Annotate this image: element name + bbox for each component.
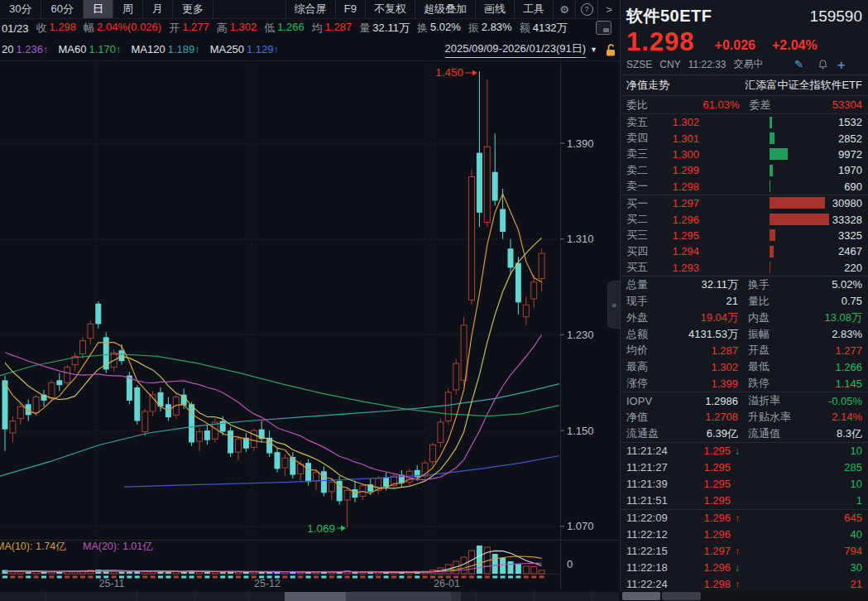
direction-strip-dash [508,576,513,579]
panel-collapse-handle[interactable]: » [607,281,620,329]
direction-strip-dash [18,576,23,579]
tab-周[interactable]: 周 [113,0,143,18]
tick-volume: 30 [744,561,862,574]
candle-body-up [453,363,459,390]
stat-label: 内盘 [748,310,804,325]
panel-scrollbar-thumb[interactable] [622,592,660,600]
order-price: 1.299 [656,164,699,176]
mini-window-icon[interactable] [596,21,611,35]
tick-volume: 285 [744,461,862,474]
chart-scrollbar-tick [248,592,249,601]
tab-60分[interactable]: 60分 [41,0,83,18]
field-value: 2.83% [482,21,512,36]
tab-更多[interactable]: 更多 [173,0,213,18]
field-value: 4132万 [533,21,568,36]
direction-strip-dash [135,576,140,579]
tool-工具[interactable]: 工具 [514,0,553,18]
caret-down-icon[interactable]: ▼ [590,46,597,54]
direction-strip-dash [337,576,342,579]
field-label: 量 [359,21,370,36]
bid-row[interactable]: 买二1.29633328 [621,211,868,227]
tick-down-arrow-icon: ↓ [731,562,744,574]
tool-F9[interactable]: F9 [335,0,365,18]
tab-月[interactable]: 月 [143,0,173,18]
tool-画线[interactable]: 画线 [475,0,514,18]
tick-time: 11:22:18 [626,561,688,574]
tick-price: 1.295 [688,494,731,507]
chevron-right-icon[interactable]: > [597,0,620,18]
stat-value: 19.04万 [679,310,748,325]
candle-body-up [251,430,257,447]
tick-row: 11:21:391.29510 [621,476,868,493]
direction-strip-dash [321,576,326,579]
volume-bar-down [119,571,125,574]
date-range-selector[interactable]: 2025/09/09-2026/01/23(91日) [445,41,587,58]
tool-不复权[interactable]: 不复权 [365,0,415,18]
tool-综合屏[interactable]: 综合屏 [285,0,335,18]
volume-bar-down [243,572,249,574]
direction-strip-dash [189,576,194,579]
tool-超级叠加[interactable]: 超级叠加 [415,0,475,18]
nav-trend-link[interactable]: 净值走势 [626,78,669,93]
candle-body-up [344,490,350,500]
alert-bell-icon[interactable] [818,59,828,70]
stats-block: 总量32.11万换手5.02%现手21量比0.75外盘19.04万内盘13.08… [621,276,868,392]
panel-scrollbar-segment[interactable] [662,592,701,600]
tab-30分[interactable]: 30分 [0,0,41,18]
tick-price: 1.298 [688,578,731,590]
chart-scrollbar-thumb[interactable] [285,592,346,601]
ask-row[interactable]: 卖三1.3009972 [621,147,868,162]
direction-strip-dash [41,576,46,579]
ask-row[interactable]: 卖二1.2991970 [621,162,868,178]
add-plus-icon[interactable]: ＋ [835,59,847,70]
ask-row[interactable]: 卖五1.3021532 [621,114,868,130]
direction-strip-dash [151,576,156,579]
candle-body-up [445,392,451,421]
stat-value: -0.05% [804,395,862,407]
direction-strip-dash [391,576,396,579]
stat-value: 1.145 [804,377,862,390]
direction-strip-dash [540,576,544,579]
field-label: 振 [468,21,479,36]
tick-row: 11:22:121.29640 [621,526,868,543]
order-volume-bar-fill [770,117,772,128]
tab-日[interactable]: 日 [84,0,113,18]
field-value: 5.02% [430,21,461,36]
direction-strip-dash [407,576,412,579]
candlestick-chart[interactable]: 1.3901.3101.2301.1501.070025-1125-1226-0… [0,62,620,601]
tick-time: 11:21:39 [626,478,688,490]
edit-pencil-icon[interactable]: ✎ [794,58,803,70]
field-value: 1.287 [325,21,352,36]
volume-bar-down [500,558,506,574]
bid-row[interactable]: 买三1.2953325 [621,228,868,243]
field-label: 幅 [84,21,94,36]
stat-row: 总量32.11万换手5.02% [621,276,868,293]
tick-volume: 40 [744,528,862,541]
volume-bar-down [165,572,171,574]
bid-row[interactable]: 买四1.2942467 [621,243,868,259]
bid-row[interactable]: 买一1.29730980 [621,195,868,211]
ask-row[interactable]: 卖一1.298690 [621,179,868,195]
volume-bar-up [539,570,544,574]
direction-strip-dash [57,576,62,579]
tick-volume: 794 [744,545,862,557]
help-icon[interactable]: ? [575,0,597,18]
panel-scrollbar[interactable] [620,591,868,601]
direction-strip-dash [485,576,490,579]
tick-price: 1.297 [688,545,731,557]
volume-bar-down [367,572,373,574]
security-name: 软件50ETF [626,5,712,27]
tick-row: 11:22:181.296↓30 [621,560,868,576]
quote-values: 收1.298幅2.04%(0.026)开1.277高1.302低1.266均1.… [36,21,568,36]
bid-row[interactable]: 买五1.293220 [621,260,868,276]
tick-row: 11:21:271.295285 [621,459,868,476]
direction-strip-dash [298,576,303,579]
toolbar: 综合屏F9不复权超级叠加画线工具 ⚙ ? > [285,0,620,18]
unlock-icon[interactable] [605,43,616,56]
weibi-label: 委比 [626,98,648,113]
volume-bar-up [328,572,334,574]
settings-gear-icon[interactable]: ⚙ [553,0,575,18]
order-level-label: 卖三 [626,147,656,161]
tool-buttons: 综合屏F9不复权超级叠加画线工具 [285,0,553,18]
ask-row[interactable]: 卖四1.3012852 [621,130,868,146]
